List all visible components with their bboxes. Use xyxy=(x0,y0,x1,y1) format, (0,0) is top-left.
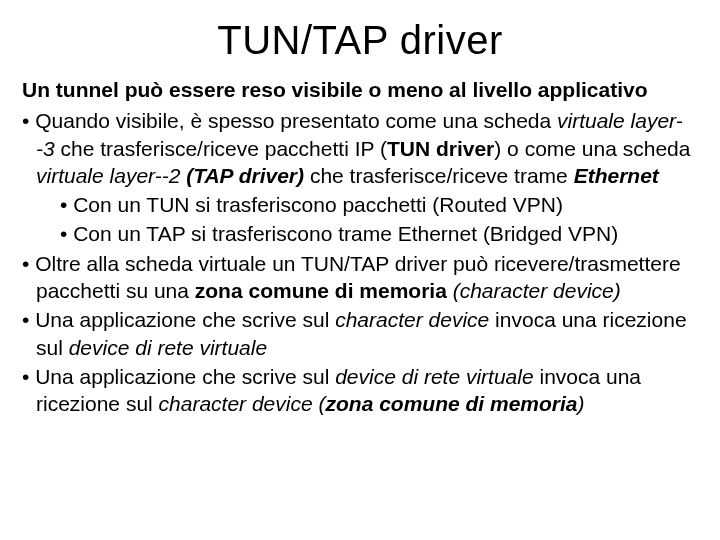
text-italic: device di rete virtuale xyxy=(69,336,267,359)
text-italic: (character device) xyxy=(453,279,621,302)
text: che trasferisce/riceve pacchetti IP ( xyxy=(61,137,387,160)
text-italic: device di rete virtuale xyxy=(335,365,539,388)
text: ) o come una scheda xyxy=(494,137,690,160)
text-italic: virtuale layer--2 xyxy=(36,164,186,187)
bullet-1b: • Con un TAP si trasferiscono trame Ethe… xyxy=(22,220,698,247)
intro-line: Un tunnel può essere reso visibile o men… xyxy=(22,77,698,103)
text: • Una applicazione che scrive sul xyxy=(22,308,335,331)
text-italic-bold: Ethernet xyxy=(574,164,659,187)
text-italic: character device xyxy=(335,308,495,331)
text: • Una applicazione che scrive sul xyxy=(22,365,335,388)
slide-title: TUN/TAP driver xyxy=(22,18,698,63)
text-bold: zona comune di memoria xyxy=(195,279,453,302)
bullet-1a: • Con un TUN si trasferiscono pacchetti … xyxy=(22,191,698,218)
text-italic-bold: zona comune di memoria xyxy=(325,392,577,415)
bullet-2: • Oltre alla scheda virtuale un TUN/TAP … xyxy=(22,250,698,305)
text-italic: character device xyxy=(159,392,319,415)
bullet-1: • Quando visibile, è spesso presentato c… xyxy=(22,107,698,189)
bullet-3: • Una applicazione che scrive sul charac… xyxy=(22,306,698,361)
text: che trasferisce/riceve trame xyxy=(310,164,574,187)
text-italic-bold: TAP driver xyxy=(193,164,297,187)
text: • Quando visibile, è spesso presentato c… xyxy=(22,109,557,132)
text-italic: ) xyxy=(578,392,585,415)
bullet-4: • Una applicazione che scrive sul device… xyxy=(22,363,698,418)
text-italic-bold: ) xyxy=(297,164,310,187)
slide: TUN/TAP driver Un tunnel può essere reso… xyxy=(0,0,720,540)
text-bold: TUN driver xyxy=(387,137,494,160)
